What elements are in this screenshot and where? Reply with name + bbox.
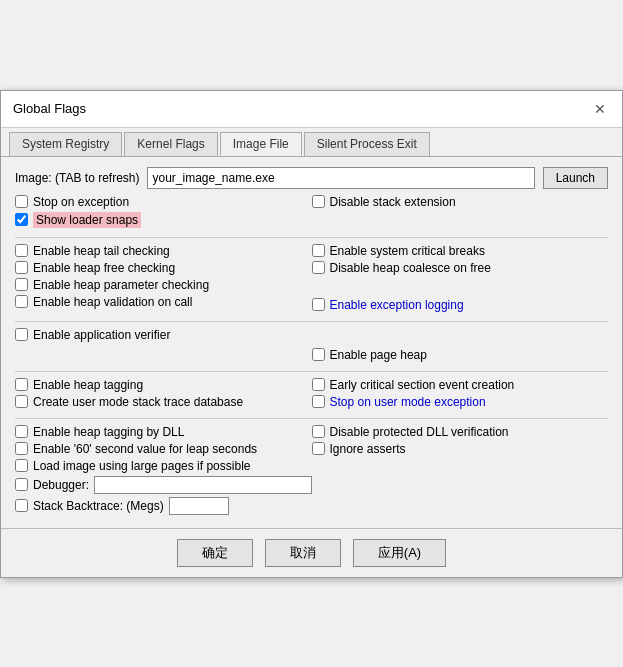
enable-page-heap-label: Enable page heap (330, 348, 427, 362)
launch-button[interactable]: Launch (543, 167, 608, 189)
enable-exception-logging-checkbox[interactable] (312, 298, 325, 311)
cancel-button[interactable]: 取消 (265, 539, 341, 567)
enable-heap-tagging-by-dll-row: Enable heap tagging by DLL (15, 425, 312, 439)
col-left-tagging: Enable heap tagging Create user mode sta… (15, 378, 312, 412)
enable-heap-tagging-label: Enable heap tagging (33, 378, 143, 392)
ignore-asserts-label: Ignore asserts (330, 442, 406, 456)
col-right-bottom: Disable protected DLL verification Ignor… (312, 425, 609, 518)
stack-backtrace-checkbox[interactable] (15, 499, 28, 512)
col-right-top: Disable stack extension (312, 195, 609, 231)
col-right-tagging: Early critical section event creation St… (312, 378, 609, 412)
enable-60-second-value-row: Enable '60' second value for leap second… (15, 442, 312, 456)
tab-kernel-flags[interactable]: Kernel Flags (124, 132, 217, 156)
verifier-section: Enable application verifier Enable page … (15, 328, 608, 365)
debugger-checkbox[interactable] (15, 478, 28, 491)
debugger-row: Debugger: (15, 476, 312, 494)
stack-backtrace-label: Stack Backtrace: (Megs) (33, 499, 164, 513)
bottom-checkboxes: Enable heap tagging by DLL Enable '60' s… (15, 425, 608, 518)
stack-backtrace-input[interactable] (169, 497, 229, 515)
enable-heap-free-checking-label: Enable heap free checking (33, 261, 175, 275)
separator-4 (15, 418, 608, 419)
enable-page-heap-row: Enable page heap (312, 348, 609, 362)
bottom-bar: 确定 取消 应用(A) (1, 528, 622, 577)
separator-1 (15, 237, 608, 238)
col-left-top: Stop on exception Show loader snaps (15, 195, 312, 231)
show-loader-snaps-label: Show loader snaps (33, 212, 141, 228)
disable-heap-coalesce-on-free-row: Disable heap coalesce on free (312, 261, 609, 275)
enable-application-verifier-row: Enable application verifier (15, 328, 312, 342)
early-critical-section-event-creation-checkbox[interactable] (312, 378, 325, 391)
disable-stack-extension-label: Disable stack extension (330, 195, 456, 209)
enable-60-second-value-label: Enable '60' second value for leap second… (33, 442, 257, 456)
enable-application-verifier-label: Enable application verifier (33, 328, 170, 342)
window-title: Global Flags (13, 101, 86, 116)
enable-heap-validation-on-call-row: Enable heap validation on call (15, 295, 312, 309)
top-checkboxes: Stop on exception Show loader snaps Disa… (15, 195, 608, 231)
create-user-mode-stack-trace-database-row: Create user mode stack trace database (15, 395, 312, 409)
enable-heap-free-checking-checkbox[interactable] (15, 261, 28, 274)
ignore-asserts-checkbox[interactable] (312, 442, 325, 455)
col-left-heap: Enable heap tail checking Enable heap fr… (15, 244, 312, 315)
stop-on-user-mode-exception-row: Stop on user mode exception (312, 395, 609, 409)
enable-heap-validation-on-call-checkbox[interactable] (15, 295, 28, 308)
load-image-large-pages-checkbox[interactable] (15, 459, 28, 472)
enable-heap-validation-on-call-label: Enable heap validation on call (33, 295, 192, 309)
enable-page-heap-checkbox[interactable] (312, 348, 325, 361)
enable-heap-tail-checking-label: Enable heap tail checking (33, 244, 170, 258)
enable-heap-tagging-by-dll-label: Enable heap tagging by DLL (33, 425, 184, 439)
tab-bar: System Registry Kernel Flags Image File … (1, 128, 622, 157)
disable-protected-dll-verification-checkbox[interactable] (312, 425, 325, 438)
enable-system-critical-breaks-row: Enable system critical breaks (312, 244, 609, 258)
debugger-input[interactable] (94, 476, 311, 494)
image-input[interactable] (147, 167, 534, 189)
apply-button[interactable]: 应用(A) (353, 539, 446, 567)
col-left-bottom: Enable heap tagging by DLL Enable '60' s… (15, 425, 312, 518)
separator-2 (15, 321, 608, 322)
disable-protected-dll-verification-label: Disable protected DLL verification (330, 425, 509, 439)
disable-stack-extension-row: Disable stack extension (312, 195, 609, 209)
show-loader-snaps-row: Show loader snaps (15, 212, 312, 228)
tab-system-registry[interactable]: System Registry (9, 132, 122, 156)
disable-heap-coalesce-on-free-checkbox[interactable] (312, 261, 325, 274)
debugger-label: Debugger: (33, 478, 89, 492)
enable-exception-logging-label: Enable exception logging (330, 298, 464, 312)
enable-heap-parameter-checking-row: Enable heap parameter checking (15, 278, 312, 292)
enable-60-second-value-checkbox[interactable] (15, 442, 28, 455)
enable-heap-tagging-row: Enable heap tagging (15, 378, 312, 392)
enable-heap-tail-checking-checkbox[interactable] (15, 244, 28, 257)
col-left-verifier: Enable application verifier (15, 328, 312, 365)
enable-system-critical-breaks-label: Enable system critical breaks (330, 244, 485, 258)
enable-system-critical-breaks-checkbox[interactable] (312, 244, 325, 257)
enable-heap-tagging-checkbox[interactable] (15, 378, 28, 391)
enable-heap-parameter-checking-checkbox[interactable] (15, 278, 28, 291)
ignore-asserts-row: Ignore asserts (312, 442, 609, 456)
create-user-mode-stack-trace-database-checkbox[interactable] (15, 395, 28, 408)
enable-application-verifier-checkbox[interactable] (15, 328, 28, 341)
separator-3 (15, 371, 608, 372)
stop-on-exception-label: Stop on exception (33, 195, 129, 209)
enable-heap-tagging-by-dll-checkbox[interactable] (15, 425, 28, 438)
tab-silent-process-exit[interactable]: Silent Process Exit (304, 132, 430, 156)
show-loader-snaps-checkbox[interactable] (15, 213, 28, 226)
stop-on-user-mode-exception-checkbox[interactable] (312, 395, 325, 408)
load-image-large-pages-row: Load image using large pages if possible (15, 459, 312, 473)
stop-on-exception-checkbox[interactable] (15, 195, 28, 208)
early-critical-section-event-creation-row: Early critical section event creation (312, 378, 609, 392)
disable-stack-extension-checkbox[interactable] (312, 195, 325, 208)
enable-heap-tail-checking-row: Enable heap tail checking (15, 244, 312, 258)
disable-protected-dll-verification-row: Disable protected DLL verification (312, 425, 609, 439)
stack-backtrace-row: Stack Backtrace: (Megs) (15, 497, 312, 515)
enable-exception-logging-row: Enable exception logging (312, 298, 609, 312)
close-button[interactable]: ✕ (590, 99, 610, 119)
tagging-section: Enable heap tagging Create user mode sta… (15, 378, 608, 412)
col-right-verifier: Enable page heap (312, 328, 609, 365)
enable-heap-parameter-checking-label: Enable heap parameter checking (33, 278, 209, 292)
image-label: Image: (TAB to refresh) (15, 171, 139, 185)
ok-button[interactable]: 确定 (177, 539, 253, 567)
tab-image-file[interactable]: Image File (220, 132, 302, 156)
col-right-heap: Enable system critical breaks Disable he… (312, 244, 609, 315)
disable-heap-coalesce-on-free-label: Disable heap coalesce on free (330, 261, 491, 275)
stop-on-exception-row: Stop on exception (15, 195, 312, 209)
enable-heap-free-checking-row: Enable heap free checking (15, 261, 312, 275)
early-critical-section-event-creation-label: Early critical section event creation (330, 378, 515, 392)
